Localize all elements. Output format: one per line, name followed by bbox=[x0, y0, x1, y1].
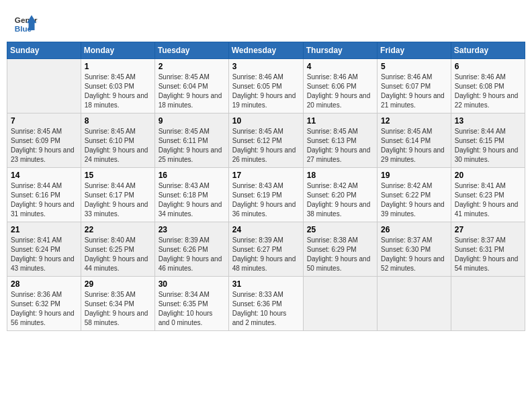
day-number: 3 bbox=[232, 62, 300, 71]
calendar-cell bbox=[378, 277, 451, 331]
day-number: 9 bbox=[159, 116, 225, 126]
day-number: 30 bbox=[159, 279, 225, 289]
calendar-cell: 29Sunrise: 8:35 AMSunset: 6:34 PMDayligh… bbox=[81, 277, 154, 331]
day-info: Sunrise: 8:45 AMSunset: 6:11 PMDaylight:… bbox=[159, 127, 225, 165]
weekday-header-sunday: Sunday bbox=[7, 42, 81, 59]
calendar-cell: 10Sunrise: 8:45 AMSunset: 6:12 PMDayligh… bbox=[228, 113, 303, 168]
calendar-cell: 16Sunrise: 8:43 AMSunset: 6:18 PMDayligh… bbox=[154, 168, 228, 222]
calendar-cell: 2Sunrise: 8:45 AMSunset: 6:04 PMDaylight… bbox=[154, 59, 228, 113]
weekday-header-wednesday: Wednesday bbox=[228, 42, 303, 59]
day-info: Sunrise: 8:44 AMSunset: 6:16 PMDaylight:… bbox=[11, 181, 77, 219]
weekday-header-thursday: Thursday bbox=[303, 42, 377, 59]
day-info: Sunrise: 8:43 AMSunset: 6:19 PMDaylight:… bbox=[232, 181, 300, 219]
weekday-header-friday: Friday bbox=[378, 42, 451, 59]
calendar-cell: 31Sunrise: 8:33 AMSunset: 6:36 PMDayligh… bbox=[228, 277, 303, 331]
weekday-header-monday: Monday bbox=[81, 42, 154, 59]
calendar-body: 1Sunrise: 8:45 AMSunset: 6:03 PMDaylight… bbox=[7, 59, 525, 331]
calendar-week-3: 14Sunrise: 8:44 AMSunset: 6:16 PMDayligh… bbox=[7, 168, 525, 222]
calendar-cell: 23Sunrise: 8:39 AMSunset: 6:26 PMDayligh… bbox=[154, 222, 228, 277]
day-number: 23 bbox=[159, 225, 225, 234]
day-info: Sunrise: 8:45 AMSunset: 6:10 PMDaylight:… bbox=[85, 127, 151, 165]
weekday-header-saturday: Saturday bbox=[451, 42, 525, 59]
calendar-cell: 18Sunrise: 8:42 AMSunset: 6:20 PMDayligh… bbox=[303, 168, 377, 222]
day-info: Sunrise: 8:45 AMSunset: 6:14 PMDaylight:… bbox=[381, 127, 447, 165]
day-info: Sunrise: 8:45 AMSunset: 6:09 PMDaylight:… bbox=[11, 127, 77, 165]
calendar-week-4: 21Sunrise: 8:41 AMSunset: 6:24 PMDayligh… bbox=[7, 222, 525, 277]
calendar-cell: 1Sunrise: 8:45 AMSunset: 6:03 PMDaylight… bbox=[81, 59, 154, 113]
calendar-cell bbox=[7, 59, 81, 113]
day-number: 26 bbox=[381, 225, 447, 234]
calendar-cell bbox=[451, 277, 525, 331]
day-number: 31 bbox=[232, 279, 300, 289]
day-number: 19 bbox=[381, 171, 447, 180]
day-info: Sunrise: 8:42 AMSunset: 6:20 PMDaylight:… bbox=[307, 181, 373, 219]
day-info: Sunrise: 8:45 AMSunset: 6:03 PMDaylight:… bbox=[85, 73, 151, 110]
calendar-cell: 22Sunrise: 8:40 AMSunset: 6:25 PMDayligh… bbox=[81, 222, 154, 277]
calendar-table: SundayMondayTuesdayWednesdayThursdayFrid… bbox=[7, 42, 525, 331]
day-number: 15 bbox=[85, 171, 151, 180]
calendar-cell: 14Sunrise: 8:44 AMSunset: 6:16 PMDayligh… bbox=[7, 168, 81, 222]
calendar-header: SundayMondayTuesdayWednesdayThursdayFrid… bbox=[7, 42, 525, 59]
day-info: Sunrise: 8:38 AMSunset: 6:29 PMDaylight:… bbox=[307, 236, 373, 273]
calendar-cell: 24Sunrise: 8:39 AMSunset: 6:27 PMDayligh… bbox=[228, 222, 303, 277]
day-number: 28 bbox=[11, 279, 77, 289]
calendar-cell: 28Sunrise: 8:36 AMSunset: 6:32 PMDayligh… bbox=[7, 277, 81, 331]
calendar-cell: 30Sunrise: 8:34 AMSunset: 6:35 PMDayligh… bbox=[154, 277, 228, 331]
calendar-cell: 26Sunrise: 8:37 AMSunset: 6:30 PMDayligh… bbox=[378, 222, 451, 277]
calendar-cell: 11Sunrise: 8:45 AMSunset: 6:13 PMDayligh… bbox=[303, 113, 377, 168]
day-info: Sunrise: 8:34 AMSunset: 6:35 PMDaylight:… bbox=[159, 290, 225, 328]
calendar-week-2: 7Sunrise: 8:45 AMSunset: 6:09 PMDaylight… bbox=[7, 113, 525, 168]
calendar-cell: 7Sunrise: 8:45 AMSunset: 6:09 PMDaylight… bbox=[7, 113, 81, 168]
calendar-cell: 21Sunrise: 8:41 AMSunset: 6:24 PMDayligh… bbox=[7, 222, 81, 277]
day-number: 21 bbox=[11, 225, 77, 234]
day-info: Sunrise: 8:45 AMSunset: 6:04 PMDaylight:… bbox=[159, 73, 225, 110]
day-number: 18 bbox=[307, 171, 373, 180]
logo: General Blue bbox=[13, 12, 38, 36]
calendar-cell: 9Sunrise: 8:45 AMSunset: 6:11 PMDaylight… bbox=[154, 113, 228, 168]
day-number: 1 bbox=[85, 62, 151, 71]
day-info: Sunrise: 8:44 AMSunset: 6:15 PMDaylight:… bbox=[455, 127, 521, 165]
calendar-week-5: 28Sunrise: 8:36 AMSunset: 6:32 PMDayligh… bbox=[7, 277, 525, 331]
day-info: Sunrise: 8:42 AMSunset: 6:22 PMDaylight:… bbox=[381, 181, 447, 219]
day-number: 20 bbox=[455, 171, 521, 180]
day-number: 12 bbox=[381, 116, 447, 126]
calendar-week-1: 1Sunrise: 8:45 AMSunset: 6:03 PMDaylight… bbox=[7, 59, 525, 113]
day-info: Sunrise: 8:39 AMSunset: 6:26 PMDaylight:… bbox=[159, 236, 225, 273]
calendar-cell: 13Sunrise: 8:44 AMSunset: 6:15 PMDayligh… bbox=[451, 113, 525, 168]
day-info: Sunrise: 8:37 AMSunset: 6:30 PMDaylight:… bbox=[381, 236, 447, 273]
day-info: Sunrise: 8:39 AMSunset: 6:27 PMDaylight:… bbox=[232, 236, 300, 273]
day-number: 17 bbox=[232, 171, 300, 180]
day-info: Sunrise: 8:45 AMSunset: 6:13 PMDaylight:… bbox=[307, 127, 373, 165]
weekday-header-tuesday: Tuesday bbox=[154, 42, 228, 59]
day-info: Sunrise: 8:46 AMSunset: 6:08 PMDaylight:… bbox=[455, 73, 521, 110]
day-info: Sunrise: 8:36 AMSunset: 6:32 PMDaylight:… bbox=[11, 290, 77, 328]
page-header: General Blue bbox=[7, 7, 525, 36]
day-number: 7 bbox=[11, 116, 77, 126]
calendar-cell: 12Sunrise: 8:45 AMSunset: 6:14 PMDayligh… bbox=[378, 113, 451, 168]
day-info: Sunrise: 8:46 AMSunset: 6:07 PMDaylight:… bbox=[381, 73, 447, 110]
calendar-cell: 19Sunrise: 8:42 AMSunset: 6:22 PMDayligh… bbox=[378, 168, 451, 222]
day-info: Sunrise: 8:45 AMSunset: 6:12 PMDaylight:… bbox=[232, 127, 300, 165]
day-info: Sunrise: 8:41 AMSunset: 6:23 PMDaylight:… bbox=[455, 181, 521, 219]
day-number: 13 bbox=[455, 116, 521, 126]
calendar-cell: 4Sunrise: 8:46 AMSunset: 6:06 PMDaylight… bbox=[303, 59, 377, 113]
day-number: 22 bbox=[85, 225, 151, 234]
day-info: Sunrise: 8:44 AMSunset: 6:17 PMDaylight:… bbox=[85, 181, 151, 219]
day-info: Sunrise: 8:40 AMSunset: 6:25 PMDaylight:… bbox=[85, 236, 151, 273]
day-number: 11 bbox=[307, 116, 373, 126]
calendar-cell: 25Sunrise: 8:38 AMSunset: 6:29 PMDayligh… bbox=[303, 222, 377, 277]
calendar-cell: 5Sunrise: 8:46 AMSunset: 6:07 PMDaylight… bbox=[378, 59, 451, 113]
day-number: 4 bbox=[307, 62, 373, 71]
day-number: 5 bbox=[381, 62, 447, 71]
calendar-cell: 20Sunrise: 8:41 AMSunset: 6:23 PMDayligh… bbox=[451, 168, 525, 222]
day-info: Sunrise: 8:35 AMSunset: 6:34 PMDaylight:… bbox=[85, 290, 151, 328]
calendar-cell: 27Sunrise: 8:37 AMSunset: 6:31 PMDayligh… bbox=[451, 222, 525, 277]
day-info: Sunrise: 8:46 AMSunset: 6:05 PMDaylight:… bbox=[232, 73, 300, 110]
calendar-cell: 15Sunrise: 8:44 AMSunset: 6:17 PMDayligh… bbox=[81, 168, 154, 222]
day-number: 25 bbox=[307, 225, 373, 234]
day-number: 24 bbox=[232, 225, 300, 234]
day-number: 14 bbox=[11, 171, 77, 180]
day-info: Sunrise: 8:41 AMSunset: 6:24 PMDaylight:… bbox=[11, 236, 77, 273]
calendar-cell: 6Sunrise: 8:46 AMSunset: 6:08 PMDaylight… bbox=[451, 59, 525, 113]
calendar-cell bbox=[303, 277, 377, 331]
